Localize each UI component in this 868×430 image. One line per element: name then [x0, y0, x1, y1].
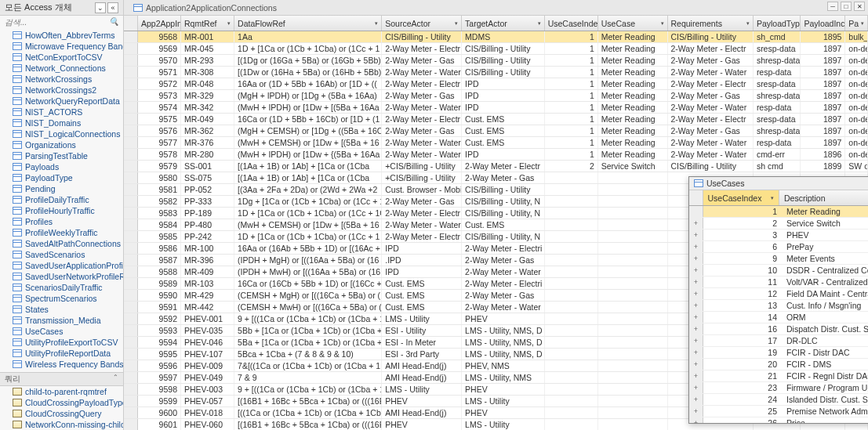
sidebar-query-item[interactable]: CloudCrossingPayloadType — [0, 397, 123, 408]
grid-cell[interactable]: 9570 — [138, 55, 181, 66]
grid-cell[interactable]: 2-Way Meter - Electr — [668, 78, 754, 89]
grid-cell[interactable]: 1 — [545, 125, 598, 136]
grid-cell[interactable]: PHEV-001 — [181, 313, 234, 324]
row-selector[interactable]: + — [689, 253, 703, 264]
filter-dropdown-icon[interactable]: ▾ — [455, 20, 458, 27]
grid-cell[interactable]: 2-Way Meter - Water — [382, 67, 462, 78]
grid-cell[interactable]: 9585 — [138, 231, 181, 242]
sidebar-item[interactable]: Microwave Frequency Bands — [0, 41, 123, 52]
row-selector[interactable]: + — [689, 335, 703, 346]
grid-cell[interactable]: MR-280 — [181, 149, 234, 160]
minimize-button[interactable]: ─ — [827, 2, 838, 11]
grid-cell[interactable]: CIS/Billing - Utility, N — [462, 208, 545, 219]
grid-cell[interactable]: 9576 — [138, 125, 181, 136]
tab-main[interactable]: Application2ApplicationConnections — [127, 2, 283, 14]
grid-cell[interactable]: on-demand_N — [845, 67, 868, 78]
grid-cell[interactable]: MDMS — [462, 31, 545, 42]
sidebar-item[interactable]: NIST_Domains — [0, 117, 123, 128]
grid-cell[interactable]: LMS - Utility — [462, 419, 545, 430]
grid-cell[interactable]: 1 — [545, 149, 598, 160]
column-header[interactable]: UseCaseInde▾ — [545, 16, 598, 31]
grid-cell[interactable] — [598, 290, 668, 301]
grid-cell[interactable]: on-demand_N — [845, 78, 868, 89]
popup-row[interactable]: +6PrePay — [689, 241, 868, 253]
grid-cell[interactable]: 7&[((1Ca or (1Cba + 1Cb) or (1Cba + 1 — [234, 360, 382, 371]
popup-cell-desc[interactable]: Cust. Info / Msgn'ing — [782, 300, 868, 311]
grid-cell[interactable]: PHEV — [462, 407, 545, 418]
grid-cell[interactable]: 1897 — [801, 102, 845, 113]
grid-cell[interactable]: 9595 — [138, 349, 181, 360]
row-selector[interactable] — [124, 31, 138, 42]
grid-cell[interactable] — [598, 396, 668, 407]
grid-cell[interactable]: CIS/Billing - Utility — [668, 161, 754, 172]
grid-cell[interactable]: MR-100 — [181, 243, 234, 254]
grid-cell[interactable]: 1 — [545, 31, 598, 42]
grid-cell[interactable]: PHEV — [462, 313, 545, 324]
grid-cell[interactable] — [545, 278, 598, 289]
column-header[interactable]: App2AppIn▾ — [138, 16, 181, 31]
row-selector[interactable]: + — [689, 229, 703, 240]
grid-cell[interactable]: AMI Head-End(j) — [382, 407, 462, 418]
grid-cell[interactable]: 9581 — [138, 184, 181, 195]
sidebar-item[interactable]: ProfileHourlyTraffic — [0, 205, 123, 216]
grid-cell[interactable]: 9580 — [138, 172, 181, 183]
grid-cell[interactable]: +CIS/Billing - Utility — [382, 172, 462, 183]
popup-row[interactable]: +19FCIR - Distr DAC — [689, 347, 868, 359]
sidebar-item[interactable]: ProfileWeeklyTraffic — [0, 227, 123, 238]
grid-cell[interactable]: (CEMSH + MgH) or [((16Ca + 5Ba) or ( — [234, 290, 382, 301]
grid-cell[interactable]: 9577 — [138, 137, 181, 148]
sidebar-item[interactable]: SavedScenarios — [0, 249, 123, 260]
grid-cell[interactable]: on-demand_N — [845, 43, 868, 54]
grid-cell[interactable]: 9599 — [138, 396, 181, 407]
grid-cell[interactable]: Cust. EMS — [462, 137, 545, 148]
grid-cell[interactable]: PHEV — [462, 384, 545, 395]
popup-row[interactable]: +2Service Switch — [689, 218, 868, 229]
grid-cell[interactable]: (CEMSH + MwH) or [((16Ca + 5Ba) or ( — [234, 302, 382, 313]
grid-cell[interactable] — [545, 266, 598, 277]
popup-cell-index[interactable]: 3 — [703, 229, 782, 240]
column-header[interactable]: DataFlowRef▾ — [234, 16, 382, 31]
table-row[interactable]: 9575MR-04916Ca or (1D + 5Bb + 16Cb) or [… — [124, 114, 868, 125]
popup-cell-desc[interactable]: ORM — [782, 312, 868, 323]
grid-cell[interactable]: Cust. EMS — [382, 302, 462, 313]
grid-cell[interactable]: shresp-data — [754, 55, 801, 66]
grid-cell[interactable] — [545, 360, 598, 371]
row-selector[interactable] — [124, 184, 138, 195]
grid-cell[interactable]: MR-409 — [181, 266, 234, 277]
table-row[interactable]: 9569MR-0451D + [1Ca or (1Cb + 1Cba) or (… — [124, 43, 868, 55]
sidebar-item[interactable]: Network_Connections — [0, 63, 123, 74]
grid-cell[interactable]: MR-442 — [181, 302, 234, 313]
sidebar-item[interactable]: UtilityProfileReportData — [0, 348, 123, 359]
sidebar-item[interactable]: SavedAltPathConnections — [0, 238, 123, 249]
grid-cell[interactable]: CIS/Billing - Utility, N — [462, 196, 545, 207]
grid-cell[interactable]: PHEV-003 — [181, 384, 234, 395]
table-row[interactable]: 9574MR-342(MwH + IPDH) or [1Dw + [(5Ba +… — [124, 102, 868, 114]
row-selector[interactable] — [124, 325, 138, 336]
popup-cell-desc[interactable]: DSDR - Centralized Control — [782, 265, 868, 276]
table-row[interactable]: 9579SS-001[(1Aa + 1B) or 1Ab] + [1Ca or … — [124, 161, 868, 172]
grid-cell[interactable]: 1D + [1Ca or (1Cb + 1Cba) or (1Cc + 1 — [234, 231, 382, 242]
grid-cell[interactable]: [(16B1 + 16Bc + 5Bca + 1Cba) or (((16E — [234, 419, 382, 430]
grid-cell[interactable] — [545, 219, 598, 230]
grid-cell[interactable]: MR-048 — [181, 78, 234, 89]
grid-cell[interactable] — [545, 325, 598, 336]
grid-cell[interactable]: CIS/Billing - Utility — [382, 31, 462, 42]
grid-cell[interactable]: 5Bb + [1Ca or (1Cba + 1Cb) or (1Cba + — [234, 325, 382, 336]
grid-cell[interactable] — [545, 184, 598, 195]
table-row[interactable]: 9578MR-280(MwH + IPDH) or [1Dw + {(5Ba +… — [124, 149, 868, 161]
grid-cell[interactable] — [598, 278, 668, 289]
grid-cell[interactable]: MR-376 — [181, 137, 234, 148]
grid-cell[interactable]: +CIS/Billing - Utility — [382, 161, 462, 172]
grid-cell[interactable]: Meter Reading — [598, 90, 668, 101]
grid-cell[interactable]: (IPDH + MgH) or [((16Aa + 5Ba) or (16 — [234, 255, 382, 266]
grid-cell[interactable] — [545, 243, 598, 254]
popup-row[interactable]: +14ORM — [689, 312, 868, 323]
column-header[interactable]: Requirements▾ — [668, 16, 754, 31]
sidebar-item[interactable]: NetConExportToCSV — [0, 52, 123, 63]
grid-cell[interactable]: ESI - In Meter — [382, 337, 462, 348]
grid-cell[interactable]: 2-Way Meter - Electr — [382, 43, 462, 54]
popup-cell-index[interactable]: 25 — [703, 406, 782, 417]
grid-cell[interactable]: 1897 — [801, 55, 845, 66]
grid-cell[interactable]: MR-001 — [181, 31, 234, 42]
grid-cell[interactable]: sresp-data — [754, 78, 801, 89]
